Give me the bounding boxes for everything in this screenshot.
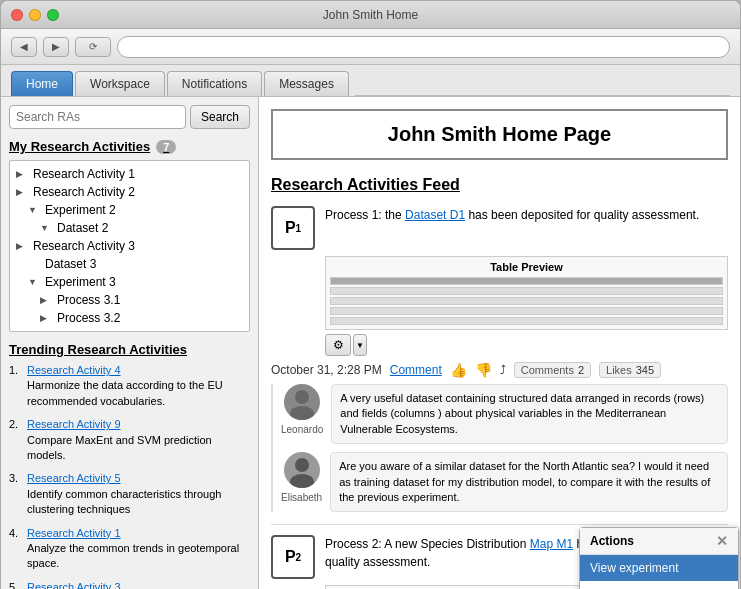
- minimize-button[interactable]: [29, 9, 41, 21]
- search-button[interactable]: Search: [190, 105, 250, 129]
- trending-link-ra9[interactable]: Research Activity 9: [27, 418, 121, 430]
- trending-link-ra3[interactable]: Research Activity 3: [27, 581, 121, 589]
- tree-item-dataset2[interactable]: ▼ Dataset 2: [12, 219, 247, 237]
- gear-row-1: ⚙ ▼: [325, 334, 728, 356]
- back-button[interactable]: ◀: [11, 37, 37, 57]
- search-input[interactable]: [9, 105, 186, 129]
- svg-point-0: [295, 390, 309, 404]
- tab-notifications[interactable]: Notifications: [167, 71, 262, 96]
- list-item: 3. Research Activity 5 Identify common c…: [9, 471, 250, 517]
- ra-count-badge: 7: [156, 140, 176, 154]
- feed-title: Research Activities Feed: [271, 176, 728, 194]
- tab-messages[interactable]: Messages: [264, 71, 349, 96]
- actions-dropdown: Actions ✕ View experiment Repeat experim…: [579, 527, 739, 589]
- tree-item-ra3[interactable]: ▶ Research Activity 3: [12, 237, 247, 255]
- address-input[interactable]: [117, 36, 730, 58]
- comments-area-1: Leonardo A very useful dataset containin…: [271, 384, 728, 512]
- chevron-right-icon: ▶: [16, 169, 30, 179]
- avatar-elisabeth: [284, 452, 320, 488]
- my-ra-section-title: My Research Activities 7: [9, 139, 250, 154]
- actions-title: Actions: [590, 534, 634, 548]
- chevron-down-icon: ▼: [40, 223, 54, 233]
- dropdown-arrow[interactable]: ▼: [353, 334, 367, 356]
- page-title: John Smith Home Page: [271, 109, 728, 160]
- dataset-d1-link[interactable]: Dataset D1: [405, 208, 465, 222]
- trending-link-ra5[interactable]: Research Activity 5: [27, 472, 121, 484]
- svg-point-3: [290, 474, 314, 488]
- likes-count-1: Likes 345: [599, 362, 661, 378]
- tab-workspace[interactable]: Workspace: [75, 71, 165, 96]
- user-name-leonardo: Leonardo: [281, 424, 323, 435]
- content-area: John Smith Home Page Research Activities…: [259, 97, 740, 589]
- maximize-button[interactable]: [47, 9, 59, 21]
- comment-link-1[interactable]: Comment: [390, 363, 442, 377]
- refresh-button[interactable]: ⟳: [75, 37, 111, 57]
- feed-item-1-header: P1 Process 1: the Dataset D1 has been de…: [271, 206, 728, 250]
- window-controls: [11, 9, 59, 21]
- divider: [271, 524, 728, 525]
- title-bar: John Smith Home: [1, 1, 740, 29]
- feed-footer-1: October 31, 2:28 PM Comment 👍 👎 ⤴ Commen…: [271, 362, 728, 378]
- gear-button[interactable]: ⚙: [325, 334, 351, 356]
- svg-point-1: [290, 406, 314, 420]
- tree-item-process32[interactable]: ▶ Process 3.2: [12, 309, 247, 327]
- ra-tree: ▶ Research Activity 1 ▶ Research Activit…: [9, 160, 250, 332]
- actions-item-view[interactable]: View experiment: [580, 555, 738, 581]
- process-1-icon: P1: [271, 206, 315, 250]
- window-title: John Smith Home: [323, 8, 418, 22]
- ra-tree-scroll[interactable]: ▶ Research Activity 1 ▶ Research Activit…: [10, 161, 249, 331]
- main-content: Search My Research Activities 7 ▶ Resear…: [1, 97, 740, 589]
- chevron-down-icon: ▼: [28, 277, 42, 287]
- chevron-down-icon: ▼: [28, 205, 42, 215]
- feed-item-1: P1 Process 1: the Dataset D1 has been de…: [271, 206, 728, 512]
- thumbs-down-icon[interactable]: 👎: [475, 362, 492, 378]
- comment-leonardo: Leonardo A very useful dataset containin…: [281, 384, 728, 444]
- tree-item-process31[interactable]: ▶ Process 3.1: [12, 291, 247, 309]
- list-item: 2. Research Activity 9 Compare MaxEnt an…: [9, 417, 250, 463]
- trending-section: Trending Research Activities 1. Research…: [9, 342, 250, 589]
- comment-text-elisabeth: Are you aware of a similar dataset for t…: [330, 452, 728, 512]
- trending-link-ra1[interactable]: Research Activity 1: [27, 527, 121, 539]
- actions-close-button[interactable]: ✕: [716, 533, 728, 549]
- sidebar: Search My Research Activities 7 ▶ Resear…: [1, 97, 259, 589]
- feed-item-1-text: Process 1: the Dataset D1 has been depos…: [325, 206, 728, 250]
- avatar-leonardo: [284, 384, 320, 420]
- process-2-icon: P2: [271, 535, 315, 579]
- feed-date-1: October 31, 2:28 PM: [271, 363, 382, 377]
- tree-item-dataset3[interactable]: Dataset 3: [12, 255, 247, 273]
- tree-item-ra1[interactable]: ▶ Research Activity 1: [12, 165, 247, 183]
- app-window: John Smith Home ◀ ▶ ⟳ Home Workspace Not…: [0, 0, 741, 589]
- comments-count-1: Comments 2: [514, 362, 591, 378]
- chevron-right-icon: ▶: [16, 187, 30, 197]
- search-row: Search: [9, 105, 250, 129]
- trending-title: Trending Research Activities: [9, 342, 250, 357]
- chevron-right-icon: ▶: [40, 295, 54, 305]
- actions-header: Actions ✕: [580, 528, 738, 555]
- table-lines: [330, 277, 723, 325]
- chevron-right-icon: ▶: [40, 313, 54, 323]
- trending-list: 1. Research Activity 4 Harmonize the dat…: [9, 363, 250, 589]
- table-preview: Table Preview: [325, 256, 728, 330]
- tab-home[interactable]: Home: [11, 71, 73, 96]
- tree-item-experiment2[interactable]: ▼ Experiment 2: [12, 201, 247, 219]
- list-item: 4. Research Activity 1 Analyze the commo…: [9, 526, 250, 572]
- tree-item-ra2[interactable]: ▶ Research Activity 2: [12, 183, 247, 201]
- close-button[interactable]: [11, 9, 23, 21]
- list-item: 1. Research Activity 4 Harmonize the dat…: [9, 363, 250, 409]
- trending-link-ra4[interactable]: Research Activity 4: [27, 364, 121, 376]
- map-m1-link[interactable]: Map M1: [530, 537, 573, 551]
- thumbs-up-icon[interactable]: 👍: [450, 362, 467, 378]
- browser-toolbar: ◀ ▶ ⟳: [1, 29, 740, 65]
- tree-item-experiment3[interactable]: ▼ Experiment 3: [12, 273, 247, 291]
- forward-button[interactable]: ▶: [43, 37, 69, 57]
- user-name-elisabeth: Elisabeth: [281, 492, 322, 503]
- comment-elisabeth: Elisabeth Are you aware of a similar dat…: [281, 452, 728, 512]
- actions-item-repeat[interactable]: Repeat experiment: [580, 581, 738, 589]
- list-item: 5. Research Activity 3 Lorenzino's maste…: [9, 580, 250, 589]
- tabs-bar: Home Workspace Notifications Messages: [1, 65, 740, 97]
- chevron-right-icon: ▶: [16, 241, 30, 251]
- svg-point-2: [295, 458, 309, 472]
- comment-text-leonardo: A very useful dataset containing structu…: [331, 384, 728, 444]
- share-icon[interactable]: ⤴: [500, 363, 506, 377]
